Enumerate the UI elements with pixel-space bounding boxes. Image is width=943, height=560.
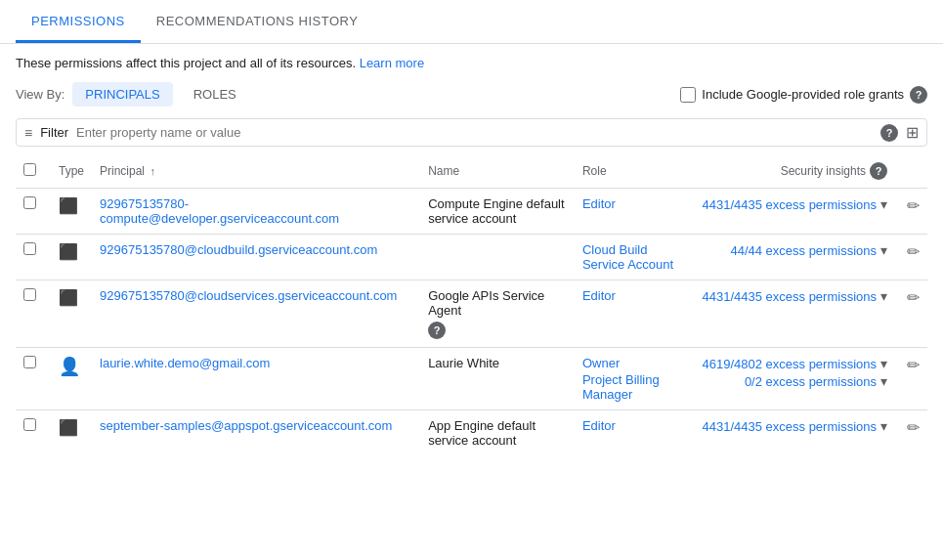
row4-security-cell: 4619/4802 excess permissions ▾ 0/2 exces… — [694, 348, 895, 410]
row4-checkbox-cell — [16, 348, 51, 410]
row5-type-cell: ⬛ — [51, 410, 92, 456]
columns-icon[interactable]: ⊞ — [906, 123, 919, 142]
row1-checkbox-cell — [16, 189, 51, 235]
row3-checkbox-cell — [16, 280, 51, 348]
row4-dropdown2-icon[interactable]: ▾ — [880, 373, 887, 389]
row5-checkbox[interactable] — [23, 418, 36, 431]
row2-role-link[interactable]: Cloud Build Service Account — [582, 242, 673, 272]
row2-excess-link[interactable]: 44/44 excess permissions — [730, 243, 877, 258]
row1-actions-cell: ✏ — [895, 189, 927, 235]
th-actions — [895, 154, 927, 189]
row2-name-cell — [420, 235, 575, 280]
row1-checkbox[interactable] — [23, 196, 36, 209]
row2-actions-cell: ✏ — [895, 235, 927, 280]
th-role: Role — [575, 154, 695, 189]
row1-role-link[interactable]: Editor — [582, 196, 616, 211]
filter-row: ≡ Filter ? ⊞ — [16, 118, 927, 147]
security-help-icon[interactable]: ? — [870, 162, 887, 180]
row2-role-cell: Cloud Build Service Account — [575, 235, 695, 280]
filter-input[interactable] — [76, 125, 880, 140]
row3-type-cell: ⬛ — [51, 280, 92, 348]
row5-principal-cell: september-samples@appspot.gserviceaccoun… — [92, 410, 420, 456]
view-roles-button[interactable]: ROLES — [181, 82, 249, 107]
row5-edit-icon[interactable]: ✏ — [907, 419, 920, 436]
row4-excess2-link[interactable]: 0/2 excess permissions — [745, 374, 877, 389]
row2-principal-link[interactable]: 929675135780@cloudbuild.gserviceaccount.… — [100, 242, 377, 257]
service-account-icon: ⬛ — [59, 197, 78, 214]
th-security-insights: Security insights ? — [694, 154, 895, 189]
row4-principal-cell: laurie.white.demo@gmail.com — [92, 348, 420, 410]
row1-security-cell: 4431/4435 excess permissions ▾ — [694, 189, 895, 235]
service-account-icon: ⬛ — [59, 289, 78, 306]
table-row: ⬛ 929675135780-compute@developer.gservic… — [16, 189, 927, 235]
filter-help-icon[interactable]: ? — [880, 124, 898, 142]
row3-principal-link[interactable]: 929675135780@cloudservices.gserviceaccou… — [100, 288, 397, 303]
row4-type-cell: 👤 — [51, 348, 92, 410]
include-google-provided-checkbox[interactable] — [680, 87, 696, 103]
row4-principal-link[interactable]: laurie.white.demo@gmail.com — [100, 356, 270, 370]
person-icon: 👤 — [59, 357, 80, 376]
row1-principal-cell: 929675135780-compute@developer.gservicea… — [92, 189, 420, 235]
row4-dropdown1-icon[interactable]: ▾ — [880, 356, 887, 371]
table-row: ⬛ 929675135780@cloudbuild.gserviceaccoun… — [16, 235, 927, 280]
row3-principal-cell: 929675135780@cloudservices.gserviceaccou… — [92, 280, 420, 348]
row5-role-cell: Editor — [575, 410, 695, 456]
row3-name-cell: Google APIs Service Agent ? — [420, 280, 575, 348]
table-row: 👤 laurie.white.demo@gmail.com Laurie Whi… — [16, 348, 927, 410]
table-row: ⬛ 929675135780@cloudservices.gserviceacc… — [16, 280, 927, 348]
th-principal[interactable]: Principal ↑ — [92, 154, 420, 189]
row5-security-cell: 4431/4435 excess permissions ▾ — [694, 410, 895, 456]
row4-role-cell: Owner Project Billing Manager — [575, 348, 695, 410]
row4-excess1-link[interactable]: 4619/4802 excess permissions — [703, 357, 878, 371]
row2-checkbox-cell — [16, 235, 51, 280]
row5-dropdown-icon[interactable]: ▾ — [880, 418, 887, 434]
table-row: ⬛ september-samples@appspot.gserviceacco… — [16, 410, 927, 456]
row2-principal-cell: 929675135780@cloudbuild.gserviceaccount.… — [92, 235, 420, 280]
learn-more-link[interactable]: Learn more — [360, 56, 424, 70]
info-text: These permissions affect this project an… — [16, 56, 927, 70]
row3-security-cell: 4431/4435 excess permissions ▾ — [694, 280, 895, 348]
row5-checkbox-cell — [16, 410, 51, 456]
row4-name-cell: Laurie White — [420, 348, 575, 410]
include-google-provided-label[interactable]: Include Google-provided role grants — [680, 87, 904, 103]
row1-excess-link[interactable]: 4431/4435 excess permissions — [703, 197, 878, 212]
row2-security-cell: 44/44 excess permissions ▾ — [694, 235, 895, 280]
row3-checkbox[interactable] — [23, 288, 36, 301]
row2-checkbox[interactable] — [23, 242, 36, 255]
th-checkbox — [16, 154, 51, 189]
row4-actions-cell: ✏ — [895, 348, 927, 410]
row2-edit-icon[interactable]: ✏ — [907, 243, 920, 260]
tabs-container: PERMISSIONS RECOMMENDATIONS HISTORY — [0, 0, 943, 44]
select-all-checkbox[interactable] — [23, 163, 36, 176]
row3-dropdown-icon[interactable]: ▾ — [880, 288, 887, 304]
row5-actions-cell: ✏ — [895, 410, 927, 456]
row3-role-link[interactable]: Editor — [582, 288, 616, 303]
row2-dropdown-icon[interactable]: ▾ — [880, 242, 887, 258]
tab-recommendations[interactable]: RECOMMENDATIONS HISTORY — [141, 0, 374, 43]
row2-type-cell: ⬛ — [51, 235, 92, 280]
tab-permissions[interactable]: PERMISSIONS — [16, 0, 141, 43]
row5-role-link[interactable]: Editor — [582, 418, 616, 433]
row5-excess-link[interactable]: 4431/4435 excess permissions — [703, 419, 878, 434]
service-agent-help-icon[interactable]: ? — [428, 322, 446, 339]
row4-role2-link[interactable]: Project Billing Manager — [582, 372, 687, 402]
row4-role1-link[interactable]: Owner — [582, 356, 687, 370]
row4-edit-icon[interactable]: ✏ — [907, 357, 920, 373]
service-account-icon: ⬛ — [59, 243, 78, 260]
row1-edit-icon[interactable]: ✏ — [907, 197, 920, 214]
row1-dropdown-icon[interactable]: ▾ — [880, 196, 887, 212]
row1-role-cell: Editor — [575, 189, 695, 235]
row3-edit-icon[interactable]: ✏ — [907, 289, 920, 306]
row1-type-cell: ⬛ — [51, 189, 92, 235]
row3-excess-link[interactable]: 4431/4435 excess permissions — [703, 289, 878, 304]
row5-principal-link[interactable]: september-samples@appspot.gserviceaccoun… — [100, 418, 392, 433]
th-type: Type — [51, 154, 92, 189]
row4-checkbox[interactable] — [23, 356, 36, 368]
view-principals-button[interactable]: PRINCIPALS — [72, 82, 172, 107]
help-icon[interactable]: ? — [910, 86, 927, 104]
row1-principal-link[interactable]: 929675135780-compute@developer.gservicea… — [100, 196, 339, 226]
row5-name-cell: App Engine default service account — [420, 410, 575, 456]
th-name: Name — [420, 154, 575, 189]
row1-name-cell: Compute Engine default service account — [420, 189, 575, 235]
filter-label: Filter — [40, 125, 68, 140]
